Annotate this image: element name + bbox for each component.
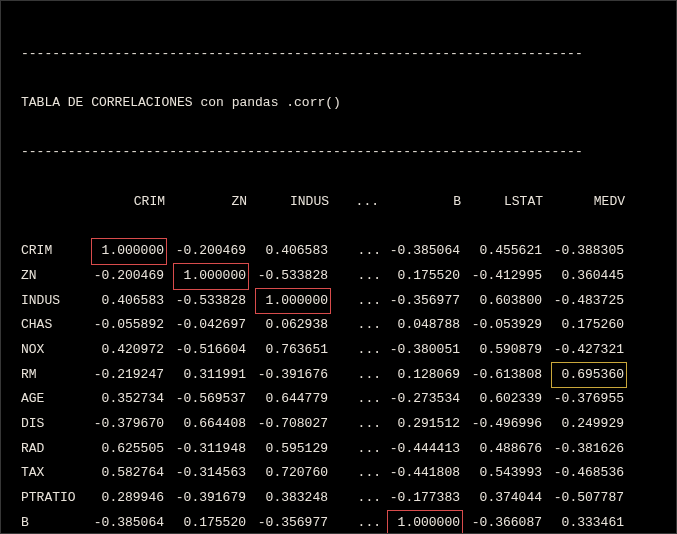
cell: -0.379670 <box>85 412 167 437</box>
cell-ellipsis: ... <box>331 338 381 363</box>
row-index: CRIM <box>21 239 85 264</box>
cell: 0.763651 <box>249 338 331 363</box>
row-index: INDUS <box>21 289 85 314</box>
cell: 0.603800 <box>463 289 545 314</box>
table-row: ZN-0.200469 1.000000-0.533828... 0.17552… <box>21 264 656 289</box>
cell: -0.356977 <box>249 511 331 534</box>
table-body: CRIM 1.000000-0.200469 0.406583...-0.385… <box>21 239 656 534</box>
cell: -0.708027 <box>249 412 331 437</box>
cell: 0.175260 <box>545 313 627 338</box>
cell: 0.175520 <box>381 264 463 289</box>
row-index: RM <box>21 363 85 388</box>
row-index: B <box>21 511 85 534</box>
row-index: AGE <box>21 387 85 412</box>
cell: 0.595129 <box>249 437 331 462</box>
header-row: CRIMZNINDUS...BLSTATMEDV <box>21 190 656 215</box>
cell: -0.533828 <box>167 289 249 314</box>
cell: 1.000000 <box>85 239 167 264</box>
cell: 0.311991 <box>167 363 249 388</box>
cell: 0.062938 <box>249 313 331 338</box>
cell: -0.219247 <box>85 363 167 388</box>
cell: 0.374044 <box>463 486 545 511</box>
cell: -0.311948 <box>167 437 249 462</box>
table-row: RAD 0.625505-0.311948 0.595129...-0.4444… <box>21 437 656 462</box>
cell: 0.720760 <box>249 461 331 486</box>
table-row: AGE 0.352734-0.569537 0.644779...-0.2735… <box>21 387 656 412</box>
cell: 0.582764 <box>85 461 167 486</box>
cell: 0.420972 <box>85 338 167 363</box>
cell: -0.053929 <box>463 313 545 338</box>
cell: 0.048788 <box>381 313 463 338</box>
cell: -0.483725 <box>545 289 627 314</box>
cell: 0.291512 <box>381 412 463 437</box>
cell: -0.200469 <box>167 239 249 264</box>
row-index: ZN <box>21 264 85 289</box>
row-index: CHAS <box>21 313 85 338</box>
cell: -0.385064 <box>381 239 463 264</box>
cell: -0.444413 <box>381 437 463 462</box>
col-header: MEDV <box>545 190 627 215</box>
cell: -0.366087 <box>463 511 545 534</box>
cell: -0.613808 <box>463 363 545 388</box>
table-row: CHAS-0.055892-0.042697 0.062938... 0.048… <box>21 313 656 338</box>
row-index: PTRATIO <box>21 486 85 511</box>
cell-ellipsis: ... <box>331 412 381 437</box>
cell: -0.412995 <box>463 264 545 289</box>
cell: 1.000000 <box>249 289 331 314</box>
cell: -0.314563 <box>167 461 249 486</box>
terminal-output: ----------------------------------------… <box>0 0 677 534</box>
col-header: B <box>381 190 463 215</box>
cell-ellipsis: ... <box>331 313 381 338</box>
col-header: ZN <box>167 190 249 215</box>
cell: 0.695360 <box>545 363 627 388</box>
row-index: DIS <box>21 412 85 437</box>
cell: -0.516604 <box>167 338 249 363</box>
cell: -0.533828 <box>249 264 331 289</box>
cell: 0.664408 <box>167 412 249 437</box>
cell: 0.488676 <box>463 437 545 462</box>
cell-ellipsis: ... <box>331 289 381 314</box>
row-index: TAX <box>21 461 85 486</box>
cell: -0.177383 <box>381 486 463 511</box>
cell: 0.383248 <box>249 486 331 511</box>
col-header: LSTAT <box>463 190 545 215</box>
rule-bottom: ----------------------------------------… <box>21 140 656 165</box>
cell: -0.042697 <box>167 313 249 338</box>
cell: 0.249929 <box>545 412 627 437</box>
cell: -0.356977 <box>381 289 463 314</box>
cell: 0.406583 <box>249 239 331 264</box>
cell: 0.128069 <box>381 363 463 388</box>
table-row: NOX 0.420972-0.516604 0.763651...-0.3800… <box>21 338 656 363</box>
cell: -0.391679 <box>167 486 249 511</box>
cell-ellipsis: ... <box>331 239 381 264</box>
table-row: INDUS 0.406583-0.533828 1.000000...-0.35… <box>21 289 656 314</box>
cell: -0.427321 <box>545 338 627 363</box>
cell: -0.381626 <box>545 437 627 462</box>
cell: 0.352734 <box>85 387 167 412</box>
col-header: CRIM <box>85 190 167 215</box>
cell: -0.468536 <box>545 461 627 486</box>
cell: -0.569537 <box>167 387 249 412</box>
cell: -0.507787 <box>545 486 627 511</box>
cell: 0.644779 <box>249 387 331 412</box>
cell-ellipsis: ... <box>331 264 381 289</box>
cell: -0.391676 <box>249 363 331 388</box>
cell: 0.360445 <box>545 264 627 289</box>
cell: 0.406583 <box>85 289 167 314</box>
cell: -0.376955 <box>545 387 627 412</box>
cell: 0.175520 <box>167 511 249 534</box>
table-title: TABLA DE CORRELACIONES con pandas .corr(… <box>21 91 656 116</box>
cell: -0.385064 <box>85 511 167 534</box>
table-row: CRIM 1.000000-0.200469 0.406583...-0.385… <box>21 239 656 264</box>
rule-top: ----------------------------------------… <box>21 42 656 67</box>
table-row: B-0.385064 0.175520-0.356977... 1.000000… <box>21 511 656 534</box>
col-ellipsis: ... <box>331 190 381 215</box>
table-row: RM-0.219247 0.311991-0.391676... 0.12806… <box>21 363 656 388</box>
cell: 0.602339 <box>463 387 545 412</box>
row-index: NOX <box>21 338 85 363</box>
cell: -0.200469 <box>85 264 167 289</box>
cell: 0.455621 <box>463 239 545 264</box>
cell: -0.273534 <box>381 387 463 412</box>
cell: 0.590879 <box>463 338 545 363</box>
cell: 0.543993 <box>463 461 545 486</box>
